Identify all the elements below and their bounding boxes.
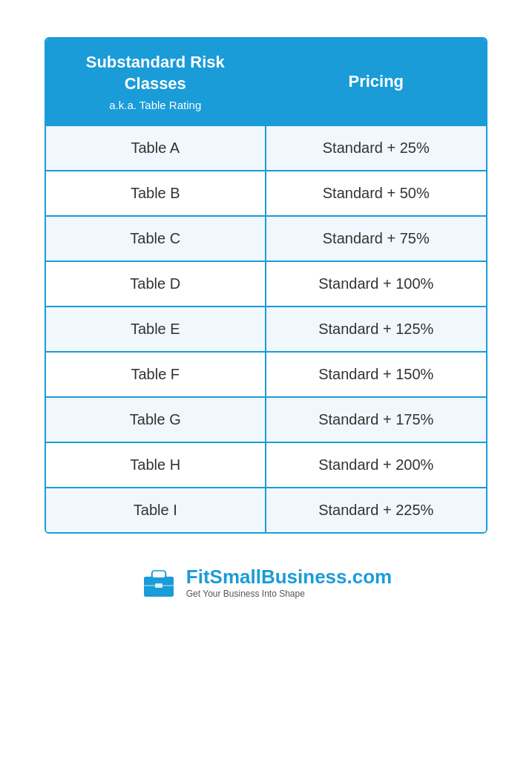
svg-rect-7 [155,583,162,588]
row-pricing-cell: Standard + 125% [266,307,487,351]
row-pricing-label: Standard + 200% [318,456,433,474]
row-class-cell: Table D [46,262,266,306]
row-class-label: Table B [131,185,180,202]
row-pricing-label: Standard + 100% [318,275,433,292]
table-row: Table HStandard + 200% [46,442,486,487]
table-header: Substandard Risk Classes a.k.a. Table Ra… [46,39,486,125]
row-class-cell: Table G [46,398,266,442]
table-row: Table CStandard + 75% [46,215,486,261]
footer-tagline: Get Your Business Into Shape [186,589,392,599]
row-class-cell: Table E [46,307,266,351]
row-class-label: Table E [131,321,180,338]
row-pricing-cell: Standard + 150% [266,353,487,396]
table-row: Table GStandard + 175% [46,396,486,442]
row-class-label: Table D [130,275,180,292]
row-pricing-cell: Standard + 50% [266,171,487,215]
row-pricing-label: Standard + 50% [323,185,430,202]
table-row: Table BStandard + 50% [46,170,486,215]
main-table: Substandard Risk Classes a.k.a. Table Ra… [45,37,487,534]
row-class-cell: Table H [46,443,266,487]
row-class-label: Table G [130,411,181,428]
svg-rect-4 [152,571,165,578]
page-wrapper: Substandard Risk Classes a.k.a. Table Ra… [15,15,517,760]
row-pricing-cell: Standard + 225% [266,488,487,532]
table-row: Table FStandard + 150% [46,351,486,396]
footer-brand: FitSmallBusiness.com [186,566,392,589]
table-row: Table AStandard + 25% [46,125,486,170]
row-class-cell: Table B [46,171,266,215]
row-class-label: Table C [130,230,180,247]
footer: FitSmallBusiness.com Get Your Business I… [140,563,392,600]
row-class-cell: Table A [46,126,266,170]
row-pricing-label: Standard + 175% [318,411,433,428]
row-pricing-cell: Standard + 175% [266,398,487,442]
row-class-cell: Table C [46,217,266,261]
row-class-label: Table F [131,366,180,383]
row-pricing-label: Standard + 150% [318,366,433,383]
header-col2: Pricing [266,39,487,125]
row-pricing-cell: Standard + 100% [266,262,487,306]
row-pricing-label: Standard + 25% [323,140,430,157]
table-row: Table IStandard + 225% [46,487,486,532]
row-pricing-label: Standard + 125% [318,321,433,338]
row-pricing-cell: Standard + 75% [266,217,487,261]
table-body: Table AStandard + 25%Table BStandard + 5… [46,125,486,532]
fitsmallbusiness-logo [140,563,177,600]
row-class-label: Table I [134,502,177,519]
row-pricing-cell: Standard + 200% [266,443,487,487]
footer-text-group: FitSmallBusiness.com Get Your Business I… [186,566,392,599]
row-class-cell: Table F [46,353,266,396]
row-pricing-cell: Standard + 25% [266,126,487,170]
row-class-label: Table A [131,140,180,157]
row-class-label: Table H [130,456,180,474]
header-col1-title: Substandard Risk Classes [61,52,250,94]
table-row: Table EStandard + 125% [46,306,486,351]
table-row: Table DStandard + 100% [46,261,486,306]
row-pricing-label: Standard + 75% [323,230,430,247]
row-class-cell: Table I [46,488,266,532]
header-col2-title: Pricing [348,72,404,91]
header-col1-subtitle: a.k.a. Table Rating [109,99,201,111]
header-col1: Substandard Risk Classes a.k.a. Table Ra… [46,39,266,125]
row-pricing-label: Standard + 225% [318,502,433,519]
